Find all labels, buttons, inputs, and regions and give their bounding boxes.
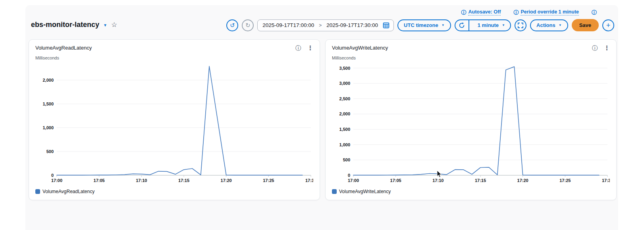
y-axis-unit-label: Milliseconds: [332, 56, 610, 60]
period-override-link[interactable]: ⓘ Period override 1 minute: [513, 9, 579, 15]
widget-header: VolumeAvgReadLatency ⓘ ⋮: [35, 45, 313, 51]
svg-text:17:00: 17:00: [348, 178, 359, 183]
dashboard-title-area: ebs-monitor-latency ▼ ☆: [31, 21, 117, 31]
svg-text:1,500: 1,500: [339, 127, 350, 132]
svg-text:17:20: 17:20: [517, 178, 528, 183]
line-chart-write-latency[interactable]: 05001,0001,5002,0002,5003,0003,50017:001…: [332, 61, 610, 188]
redo-button[interactable]: ↻: [242, 19, 254, 31]
svg-text:0: 0: [51, 173, 54, 178]
fullscreen-button[interactable]: [515, 19, 526, 31]
svg-text:3,000: 3,000: [339, 81, 350, 86]
svg-text:0: 0: [348, 173, 350, 178]
date-range-picker[interactable]: 2025-09-17T17:00:00 > 2025-09-17T17:30:0…: [257, 19, 394, 31]
y-axis-unit-label: Milliseconds: [35, 56, 313, 60]
timezone-select[interactable]: UTC timezone ▼: [397, 19, 451, 31]
legend-item[interactable]: VolumeAvgWriteLatency: [332, 189, 610, 194]
toolbar-controls-row: ↺ ↻ 2025-09-17T17:00:00 > 2025-09-17T17:…: [226, 19, 614, 31]
svg-text:17:15: 17:15: [178, 178, 189, 183]
date-range-end: 2025-09-17T17:30:00: [326, 22, 378, 28]
widget-info-icon[interactable]: ⓘ: [592, 45, 598, 51]
info-icon: ⓘ: [461, 10, 466, 15]
svg-text:17:00: 17:00: [51, 178, 62, 183]
svg-text:2,000: 2,000: [339, 111, 350, 116]
dashboard-title: ebs-monitor-latency: [31, 21, 99, 29]
widget-read-latency: VolumeAvgReadLatency ⓘ ⋮ Milliseconds 05…: [29, 39, 320, 200]
fullscreen-expand-icon: [518, 23, 523, 28]
svg-text:2,500: 2,500: [339, 96, 350, 101]
dashboard-info-button[interactable]: ⓘ: [592, 10, 597, 15]
widget-header: VolumeAvgWriteLatency ⓘ ⋮: [332, 45, 610, 51]
svg-text:17:25: 17:25: [263, 178, 274, 183]
svg-text:17:20: 17:20: [221, 178, 232, 183]
legend-swatch: [35, 189, 40, 194]
widget-title: VolumeAvgReadLatency: [35, 45, 295, 51]
autosave-link[interactable]: ⓘ Autosave: Off: [461, 9, 501, 15]
actions-menu-button[interactable]: Actions ▼: [530, 19, 568, 31]
refresh-interval-control: 1 minute ▼: [455, 19, 511, 31]
favorite-star-icon[interactable]: ☆: [111, 21, 117, 29]
widget-write-latency: VolumeAvgWriteLatency ⓘ ⋮ Milliseconds 0…: [325, 39, 617, 200]
date-range-separator: >: [319, 23, 322, 28]
chevron-down-icon: ▼: [502, 23, 505, 27]
info-icon: ⓘ: [592, 10, 597, 15]
legend-label: VolumeAvgReadLatency: [42, 189, 94, 194]
widget-menu-icon[interactable]: ⋮: [604, 45, 610, 51]
refresh-button[interactable]: [455, 20, 469, 31]
legend-item[interactable]: VolumeAvgReadLatency: [35, 189, 313, 194]
widgets-row: VolumeAvgReadLatency ⓘ ⋮ Milliseconds 05…: [29, 39, 615, 200]
refresh-icon: [459, 22, 465, 29]
dashboard-title-caret-icon[interactable]: ▼: [103, 22, 107, 27]
toolbar: ⓘ Autosave: Off ⓘ Period override 1 minu…: [226, 9, 614, 31]
svg-text:17:05: 17:05: [94, 178, 105, 183]
actions-label: Actions: [536, 22, 555, 28]
chevron-down-icon: ▼: [442, 23, 445, 27]
svg-text:17:05: 17:05: [390, 178, 401, 183]
svg-text:17:10: 17:10: [136, 178, 147, 183]
save-button[interactable]: Save: [572, 19, 599, 31]
calendar-icon: [383, 22, 389, 29]
legend-swatch: [332, 189, 337, 194]
autosave-label: Autosave: Off: [468, 9, 501, 15]
undo-icon: ↺: [230, 22, 235, 28]
dashboard-container: ebs-monitor-latency ▼ ☆ ⓘ Autosave: Off …: [25, 5, 618, 230]
widget-title: VolumeAvgWriteLatency: [332, 45, 592, 51]
undo-button[interactable]: ↺: [226, 19, 238, 31]
widget-info-icon[interactable]: ⓘ: [295, 45, 301, 51]
widget-menu-icon[interactable]: ⋮: [307, 45, 313, 51]
info-icon: ⓘ: [513, 10, 519, 15]
svg-text:17:15: 17:15: [475, 178, 486, 183]
refresh-interval-label: 1 minute: [478, 22, 499, 28]
chevron-down-icon: ▼: [559, 23, 562, 27]
dashboard-header: ebs-monitor-latency ▼ ☆ ⓘ Autosave: Off …: [29, 9, 615, 39]
plus-icon: +: [606, 22, 611, 29]
add-widget-button[interactable]: +: [602, 19, 614, 31]
redo-icon: ↻: [245, 22, 251, 28]
svg-text:500: 500: [46, 149, 54, 154]
legend-label: VolumeAvgWriteLatency: [339, 189, 391, 194]
line-chart-read-latency[interactable]: 05001,0001,5002,00017:0017:0517:1017:151…: [35, 61, 313, 188]
svg-text:17:25: 17:25: [559, 178, 571, 183]
timezone-label: UTC timezone: [404, 22, 438, 28]
svg-text:17:30: 17:30: [602, 178, 610, 183]
refresh-interval-select[interactable]: 1 minute ▼: [472, 22, 510, 28]
svg-text:1,000: 1,000: [339, 142, 350, 147]
date-range-start: 2025-09-17T17:00:00: [262, 22, 314, 28]
svg-text:17:30: 17:30: [305, 178, 313, 183]
svg-text:1,500: 1,500: [42, 102, 54, 106]
svg-text:3,500: 3,500: [339, 66, 350, 71]
svg-text:17:10: 17:10: [432, 178, 443, 183]
toolbar-links-row: ⓘ Autosave: Off ⓘ Period override 1 minu…: [461, 9, 614, 15]
period-override-label: Period override 1 minute: [521, 9, 579, 15]
svg-text:500: 500: [343, 157, 350, 162]
svg-text:1,000: 1,000: [42, 125, 54, 130]
svg-text:2,000: 2,000: [42, 78, 54, 82]
